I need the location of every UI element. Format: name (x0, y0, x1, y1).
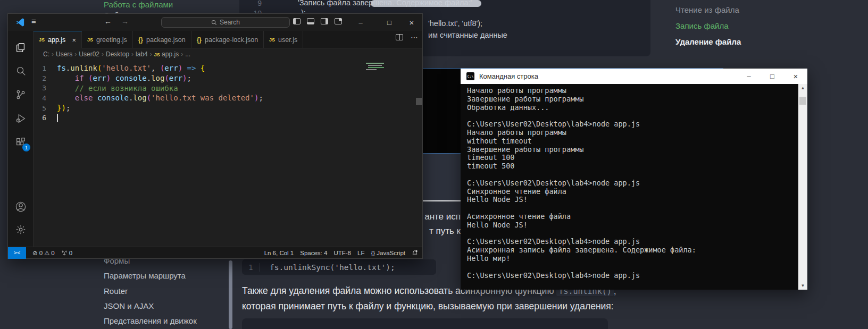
account-icon[interactable] (8, 196, 34, 217)
breadcrumb: C:›Users›User02›Desktop›lab4›JS app.js›.… (34, 48, 422, 60)
js-file-icon: JS (269, 37, 275, 43)
problems-indicator[interactable]: ⊘0 ⚠0 (29, 249, 58, 257)
status-item[interactable]: {} JavaScript (368, 250, 408, 256)
scroll-down-icon[interactable]: ▼ (798, 282, 807, 290)
js-file-icon: JS (39, 37, 45, 43)
vscode-activity-bar: 1 (8, 31, 34, 247)
vscode-status-bar: >< ⊘0 ⚠0 0 Ln 6, Col 1Spaces: 4UTF-8LF{}… (8, 247, 422, 258)
json-file-icon: {} (197, 36, 202, 44)
notifications-bell-icon[interactable] (408, 250, 421, 256)
tab-package.json[interactable]: {}package.json (133, 31, 191, 48)
broadcast-icon (61, 250, 68, 256)
breadcrumb-item[interactable]: Desktop (106, 50, 129, 58)
page-toc-link[interactable]: Удаление файла (675, 37, 741, 46)
page-nav-link[interactable]: Параметры маршрута (104, 271, 186, 280)
tab-close-icon[interactable]: × (72, 36, 76, 44)
page-paragraph-line2: которая принимает путь к файлу и функцию… (242, 301, 614, 312)
page-nav-link[interactable]: Работа с файлами (104, 0, 173, 9)
menu-hamburger-icon[interactable]: ≡ (31, 16, 36, 26)
cmd-minimize-button[interactable]: – (737, 69, 761, 84)
status-item[interactable]: LF (354, 250, 368, 256)
page-nav-link[interactable]: Router (104, 286, 128, 296)
search-icon (211, 20, 217, 26)
cmd-console[interactable]: Начало работы программыЗавершение работы… (461, 84, 807, 290)
explorer-icon[interactable] (8, 37, 34, 58)
cmd-line: timeout 100 (461, 154, 807, 162)
toggle-panel-icon[interactable] (307, 18, 314, 24)
more-actions-icon[interactable]: ⋯ (411, 33, 418, 43)
tab-package-lock.json[interactable]: {}package-lock.json (191, 31, 264, 48)
status-item[interactable]: UTF-8 (330, 250, 354, 256)
source-control-icon[interactable] (8, 84, 34, 105)
code-line: 6 (34, 113, 422, 123)
window-close-button[interactable]: × (403, 14, 420, 31)
toggle-secondary-sidebar-icon[interactable] (321, 18, 328, 24)
snippet-line-number: 1 (242, 263, 260, 272)
window-minimize-button[interactable]: – (352, 14, 369, 31)
vscode-editor[interactable]: 1fs.unlink('hello.txt', (err) => {2 if (… (34, 60, 422, 247)
page-toc-link[interactable]: Запись файла (675, 21, 729, 30)
vscode-titlebar[interactable]: ≡ ← → Search – □ × (8, 14, 422, 31)
search-placeholder: Search (220, 19, 240, 26)
layout-controls (293, 18, 342, 24)
cmd-scrollbar-thumb[interactable] (799, 97, 806, 105)
cmd-maximize-button[interactable]: □ (761, 69, 784, 84)
code-line: 2 if (err) console.log(err); (34, 73, 422, 83)
desktop: 9 'Запись файла завершена. Содержимое фа… (0, 0, 868, 329)
settings-gear-icon[interactable] (8, 219, 34, 240)
cmd-line: Завершение работы программы (461, 146, 807, 154)
cmd-scrollbar[interactable]: ▲ ▼ (798, 84, 807, 290)
cmd-output: Начало работы программыЗавершение работы… (461, 84, 807, 280)
json-file-icon: {} (138, 36, 143, 44)
cmd-close-button[interactable]: × (784, 69, 807, 84)
cmd-line: Hello Node JS! (461, 221, 807, 230)
customize-layout-icon[interactable] (335, 18, 342, 24)
nav-forward-icon[interactable]: → (121, 17, 129, 26)
code-line: 5}); (34, 103, 422, 113)
cmd-line: C:\Users\User02\Desktop\lab4>node app.js (461, 272, 807, 280)
js-file-icon: JS (154, 52, 160, 57)
editor-scrollbar-thumb[interactable] (416, 98, 422, 105)
nav-back-icon[interactable]: ← (104, 17, 112, 26)
status-item[interactable]: Ln 6, Col 1 (261, 250, 297, 256)
scroll-up-icon[interactable]: ▲ (798, 84, 807, 92)
cmd-titlebar[interactable]: C:\ Командная строка – □ × (461, 69, 807, 84)
search-sidebar-icon[interactable] (8, 61, 34, 82)
snippet-code: fs.unlinkSync( (270, 263, 335, 272)
page-sidebar-scrollbar[interactable] (229, 260, 232, 329)
extensions-icon[interactable]: 1 (8, 132, 34, 153)
code-line-number: 9 (249, 0, 262, 7)
cmd-line: Асинхронная запись файла завершена. Соде… (461, 246, 807, 255)
tab-app.js[interactable]: JSapp.js× (34, 31, 82, 48)
tab-user.js[interactable]: JSuser.js (264, 31, 303, 48)
js-file-icon: JS (87, 37, 93, 43)
tab-greeting.js[interactable]: JSgreeting.js (82, 31, 133, 48)
remote-indicator[interactable]: >< (8, 247, 26, 259)
cmd-line: Начало работы программы (461, 87, 807, 95)
page-nav-link[interactable]: JSON и AJAX (104, 301, 154, 310)
vscode-logo-icon (15, 18, 25, 27)
error-icon: ⊘ (32, 249, 38, 257)
page-toc-link[interactable]: Чтение из файла (675, 5, 739, 14)
cmd-line (461, 263, 807, 272)
breadcrumb-item[interactable]: C: (43, 50, 49, 58)
page-nav-link[interactable]: Представления и движок (104, 316, 197, 325)
breadcrumb-item[interactable]: Users (56, 50, 72, 58)
cmd-line: Синхронное чтение файла (461, 188, 807, 196)
breadcrumb-item[interactable]: lab4 (136, 50, 148, 58)
status-item[interactable]: Spaces: 4 (297, 250, 330, 256)
run-debug-icon[interactable] (8, 108, 34, 129)
ports-indicator[interactable]: 0 (58, 250, 76, 256)
breadcrumb-item[interactable]: JS app.js (154, 50, 179, 58)
cmd-app-icon: C:\ (466, 72, 474, 80)
cmd-window: C:\ Командная строка – □ × Начало работы… (461, 69, 807, 290)
breadcrumb-item[interactable]: User02 (79, 50, 99, 58)
window-maximize-button[interactable]: □ (381, 14, 398, 31)
cmd-line: timeout 500 (461, 162, 807, 171)
toggle-sidebar-icon[interactable] (293, 18, 301, 24)
page-code-snippet: 1 fs.unlinkSync('hello.txt'); (242, 259, 436, 275)
command-center-search[interactable]: Search (161, 17, 290, 28)
breadcrumb-item[interactable]: ... (185, 50, 190, 58)
split-editor-icon[interactable] (396, 33, 403, 43)
vscode-tabs: JSapp.js×JSgreeting.js{}package.json{}pa… (34, 31, 422, 48)
